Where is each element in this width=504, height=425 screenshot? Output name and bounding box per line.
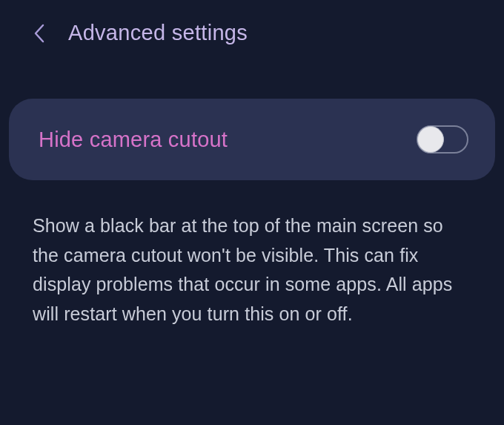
page-title: Advanced settings: [68, 21, 248, 45]
toggle-hide-camera-cutout[interactable]: [417, 125, 468, 154]
chevron-left-icon: [33, 23, 45, 44]
setting-row-hide-camera-cutout[interactable]: Hide camera cutout: [9, 99, 495, 180]
toggle-thumb: [417, 126, 444, 153]
setting-label: Hide camera cutout: [39, 128, 228, 152]
setting-description: Show a black bar at the top of the main …: [0, 180, 504, 329]
header-bar: Advanced settings: [0, 0, 504, 62]
back-button[interactable]: [30, 24, 49, 43]
